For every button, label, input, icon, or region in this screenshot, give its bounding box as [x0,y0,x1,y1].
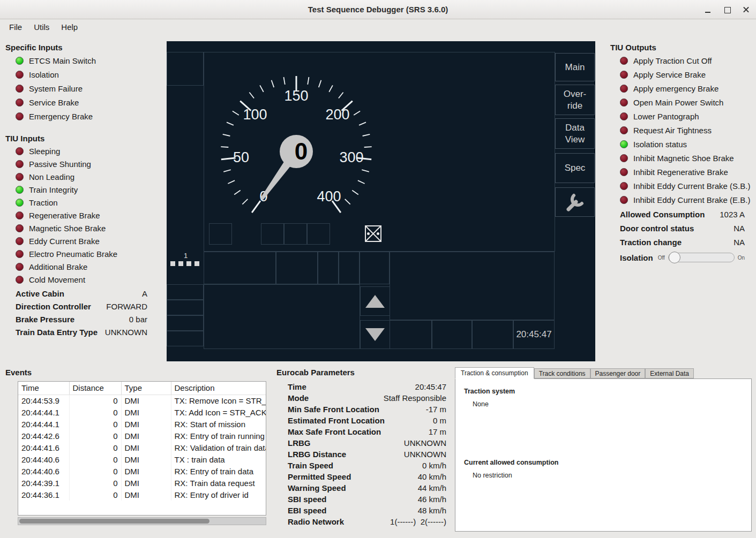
field-label: Permitted Speed [288,472,351,481]
window-controls [703,0,751,19]
led-indicator[interactable] [16,98,24,107]
input-led-row[interactable]: Train Integrity [16,183,117,196]
event-type: DMI [121,418,171,430]
field-label: Active Cabin [16,289,64,298]
input-led-row[interactable]: Additional Brake [16,260,117,273]
specific-inputs-list: ETCS Main Switch Isolation System Failur… [16,54,96,123]
scrollbar-thumb[interactable] [19,519,209,524]
output-led-row: Apply emergency Brake [620,81,750,95]
input-led-row[interactable]: Traction [16,196,117,209]
status-tab[interactable]: Track conditions [534,368,590,378]
events-col-type[interactable]: Type [121,382,171,395]
event-distance: 0 [69,406,121,418]
dmi-spec-button[interactable]: Spec [555,153,595,183]
output-led-row: Request Air Tightness [620,123,750,137]
event-row[interactable]: 20:44:44.1 0 DMI RX: Start of mission [18,418,266,430]
mode-symbol-icon [364,225,382,243]
led-indicator[interactable] [16,263,24,271]
isolation-slider-knob[interactable] [669,252,680,263]
isolation-off-label: Off [658,255,665,261]
isolation-slider[interactable] [668,253,735,262]
field-label: EBI speed [288,506,327,515]
input-led-row[interactable]: Magnetic Shoe Brake [16,222,117,234]
input-led-row[interactable]: Passive Shunting [16,157,117,170]
dmi-cell [167,331,204,346]
led-indicator[interactable] [16,186,24,194]
led-indicator[interactable] [16,85,24,93]
status-tab[interactable]: Traction & consumption [455,367,534,379]
event-time: 20:44:53.9 [18,395,69,406]
led-indicator[interactable] [16,71,24,79]
events-col-distance[interactable]: Distance [69,382,121,395]
led-label: Eddy Current Brake [29,237,100,246]
field-value: -17 m [426,405,446,414]
event-row[interactable]: 20:44:44.1 0 DMI TX: Add Icon = STR_ACK_… [18,406,266,418]
arrow-down-icon [364,327,386,343]
status-tab[interactable]: Passenger door [590,368,646,378]
field-label: LRBG Distance [288,450,346,459]
section-heading: Current allowed consumption [464,459,743,466]
field-label: Train Speed [288,461,333,470]
events-col-time[interactable]: Time [18,382,69,395]
led-indicator[interactable] [16,211,24,219]
menu-item[interactable]: File [3,21,28,33]
input-led-row[interactable]: Service Brake [16,95,96,109]
titlebar: Test Sequence Debugger (SRS 3.6.0) [0,0,756,19]
led-indicator [620,98,628,107]
led-indicator[interactable] [16,57,24,65]
input-led-row[interactable]: Emergency Brake [16,109,96,123]
maximize-button[interactable] [723,5,731,14]
app-window: Test Sequence Debugger (SRS 3.6.0) File … [0,0,756,538]
field-label: Radio Network [288,517,344,526]
input-led-row[interactable]: System Failure [16,81,96,95]
led-indicator[interactable] [16,237,24,245]
led-indicator[interactable] [16,199,24,207]
input-led-row[interactable]: ETCS Main Switch [16,54,96,67]
event-description: RX: Entry of driver id [171,489,266,501]
event-row[interactable]: 20:44:36.1 0 DMI RX: Entry of driver id [18,489,266,501]
led-label: Train Integrity [29,185,78,194]
scroll-up-button[interactable] [360,286,390,316]
status-tab-content: Traction system None Current allowed con… [455,378,752,532]
led-indicator[interactable] [16,112,24,120]
led-indicator[interactable] [16,276,24,284]
field-row: LRBG Distance UNKNOWN [288,449,446,460]
led-indicator[interactable] [16,160,24,168]
led-indicator[interactable] [16,173,24,181]
event-time: 20:44:40.6 [18,453,69,465]
input-led-row[interactable]: Electro Pneumatic Brake [16,247,117,260]
input-led-row[interactable]: Cold Movement [16,273,117,286]
menu-item[interactable]: Help [55,21,84,33]
dmi-cell [167,284,204,300]
led-indicator[interactable] [16,147,24,155]
menu-item[interactable]: Utils [28,21,55,33]
input-led-row[interactable]: Eddy Current Brake [16,234,117,247]
event-row[interactable]: 20:44:41.6 0 DMI RX: Validation of train… [18,442,266,453]
event-row[interactable]: 20:44:40.6 0 DMI RX: Entry of train data [18,465,266,477]
events-col-description[interactable]: Description [171,382,266,395]
input-led-row[interactable]: Regenerative Brake [16,209,117,222]
input-led-row[interactable]: Sleeping [16,145,117,157]
event-row[interactable]: 20:44:42.6 0 DMI RX: Entry of train runn… [18,430,266,442]
event-type: DMI [121,406,171,418]
status-tab[interactable]: External Data [645,368,694,378]
led-indicator[interactable] [16,250,24,258]
event-row[interactable]: 20:44:40.6 0 DMI TX : train data [18,453,266,465]
close-button[interactable] [742,5,751,14]
tiu-inputs-list: Sleeping Passive Shunting Non Leading Tr… [16,145,117,286]
level-square [186,261,191,266]
events-horizontal-scrollbar[interactable] [18,517,266,525]
led-label: Non Leading [29,172,74,181]
event-row[interactable]: 20:44:53.9 0 DMI TX: Remove Icon = STR_A… [18,395,266,406]
led-indicator[interactable] [16,224,24,232]
tiu-outputs-list: Apply Traction Cut Off Apply Service Bra… [620,54,750,207]
event-row[interactable]: 20:44:39.1 0 DMI RX: Train data request [18,477,266,489]
dmi-main-button[interactable]: Main [555,53,595,81]
scroll-down-button[interactable] [360,320,390,349]
input-led-row[interactable]: Non Leading [16,170,117,183]
dmi-settings-button[interactable] [555,187,595,217]
minimize-button[interactable] [703,5,712,14]
dmi-override-button[interactable]: Over- ride [555,85,595,115]
input-led-row[interactable]: Isolation [16,67,96,81]
dmi-dataview-button[interactable]: Data View [555,118,595,149]
